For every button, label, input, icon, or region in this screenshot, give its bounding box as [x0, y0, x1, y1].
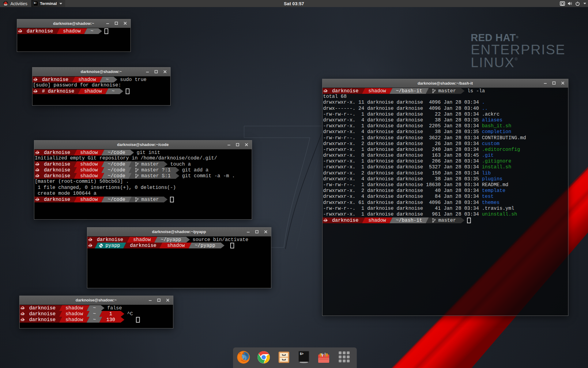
svg-text:master: master	[141, 162, 159, 167]
svg-text:~/bash-it: ~/bash-it	[396, 218, 422, 224]
svg-text:~/pyapp: ~/pyapp	[160, 237, 181, 243]
svg-text:# darknoise: # darknoise	[42, 89, 74, 94]
svg-text:darknoise: darknoise	[44, 174, 70, 179]
svg-text:darknoise: darknoise	[97, 237, 123, 243]
svg-text:darknoise: darknoise	[29, 311, 55, 317]
svg-text:~: ~	[93, 317, 96, 323]
svg-text:pyapp: pyapp	[105, 243, 120, 248]
svg-text:shadow: shadow	[80, 197, 98, 202]
svg-text:~: ~	[106, 77, 109, 82]
svg-text:master: master	[141, 197, 159, 202]
svg-text:shadow: shadow	[368, 218, 386, 224]
svg-text:darknoise: darknoise	[44, 197, 70, 202]
svg-text:master ?:1: master ?:1	[141, 167, 171, 173]
svg-text:~/code: ~/code	[107, 197, 125, 202]
svg-text:git add a: git add a	[182, 167, 209, 173]
svg-text:^C: ^C	[127, 311, 133, 317]
svg-text:ls -la: ls -la	[467, 88, 485, 94]
svg-text:shadow: shadow	[65, 311, 83, 317]
svg-text:darknoise: darknoise	[332, 88, 358, 94]
svg-text:~: ~	[93, 311, 96, 317]
svg-text:shadow: shadow	[63, 29, 81, 34]
svg-text:130: 130	[106, 317, 115, 323]
svg-text:master: master	[438, 88, 456, 94]
svg-text:shadow: shadow	[78, 77, 96, 82]
svg-text:~/pyapp: ~/pyapp	[194, 243, 215, 248]
svg-text:master: master	[438, 218, 456, 224]
svg-text:shadow: shadow	[80, 162, 98, 167]
svg-text:$>: $>	[300, 352, 303, 356]
svg-text:darknoise: darknoise	[42, 77, 68, 82]
svg-text:darknoise: darknoise	[130, 243, 156, 248]
svg-text:false: false	[107, 305, 122, 311]
svg-text:~: ~	[90, 29, 93, 34]
svg-text:shadow: shadow	[65, 305, 83, 311]
svg-text:touch a: touch a	[170, 162, 191, 167]
svg-text:sudo true: sudo true	[120, 77, 146, 82]
svg-text:darknoise: darknoise	[44, 167, 70, 173]
svg-text:git commit -a -m .: git commit -a -m .	[182, 174, 235, 179]
svg-text:shadow: shadow	[80, 150, 98, 155]
svg-text:git init: git init	[137, 150, 160, 155]
svg-text:darknoise: darknoise	[29, 305, 55, 311]
svg-text:darknoise: darknoise	[29, 317, 55, 323]
svg-text:shadow: shadow	[65, 317, 83, 323]
svg-text:shadow: shadow	[133, 237, 151, 243]
svg-text:shadow: shadow	[80, 167, 98, 173]
svg-text:~/code: ~/code	[107, 150, 125, 155]
svg-text:darknoise: darknoise	[44, 150, 70, 155]
svg-text:~: ~	[111, 89, 115, 94]
svg-text:1: 1	[109, 311, 112, 317]
svg-text:shadow: shadow	[368, 88, 386, 94]
svg-text:~: ~	[93, 305, 96, 311]
svg-text:~/code: ~/code	[107, 174, 125, 179]
svg-text:darknoise: darknoise	[44, 162, 70, 167]
svg-text:shadow: shadow	[84, 89, 102, 94]
svg-text:~/code: ~/code	[107, 167, 125, 173]
svg-text:shadow: shadow	[167, 243, 185, 248]
svg-text:darknoise: darknoise	[27, 29, 53, 34]
svg-text:source bin/activate: source bin/activate	[192, 237, 248, 243]
svg-text:master S:1: master S:1	[141, 174, 171, 179]
svg-text:darknoise: darknoise	[332, 218, 358, 224]
svg-text:~/code: ~/code	[107, 162, 125, 167]
svg-text:~/bash-it: ~/bash-it	[396, 88, 422, 94]
svg-text:shadow: shadow	[80, 174, 98, 179]
